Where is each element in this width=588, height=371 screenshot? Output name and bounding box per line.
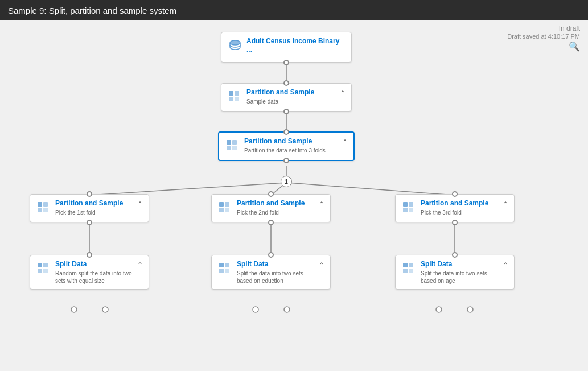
- split-icon-2: [217, 260, 233, 278]
- svg-rect-17: [229, 91, 233, 96]
- page-title: Sample 9: Split, partition and sample sy…: [8, 6, 176, 15]
- split-data-2-title: Split Data: [237, 260, 319, 269]
- svg-rect-21: [227, 140, 231, 145]
- partition-sample-1-header: Partition and Sample Sample data ⌃: [227, 88, 346, 106]
- partition-sample-1-input-port[interactable]: [283, 80, 289, 86]
- partition-sample-1-node[interactable]: Partition and Sample Sample data ⌃: [221, 83, 352, 112]
- partition-sample-1-subtitle: Sample data: [246, 98, 314, 105]
- partition-sample-2-subtitle: Partition the data set into 3 folds: [244, 147, 326, 154]
- svg-rect-27: [38, 208, 42, 212]
- svg-rect-39: [38, 269, 42, 273]
- partition-fold-3-text: Partition and Sample Pick the 3rd fold: [421, 199, 488, 216]
- split-data-2-input-port[interactable]: [268, 252, 274, 258]
- partition-fold-1-node[interactable]: Partition and Sample Pick the 1st fold ⌃: [30, 194, 149, 222]
- partition-fold-3-input-port[interactable]: [452, 191, 458, 197]
- partition-fold-2-output-port[interactable]: [268, 220, 274, 225]
- svg-rect-18: [235, 91, 239, 96]
- svg-rect-23: [227, 146, 231, 150]
- partition-sample-1-output-port[interactable]: [283, 109, 289, 114]
- svg-rect-45: [403, 263, 408, 267]
- chevron-up-icon-fold3[interactable]: ⌃: [503, 200, 508, 208]
- data-source-header: Adult Census Income Binary ...: [227, 37, 346, 57]
- chevron-up-icon-split2[interactable]: ⌃: [319, 261, 324, 269]
- data-source-output-port[interactable]: [283, 60, 289, 65]
- chevron-up-icon-fold2[interactable]: ⌃: [319, 200, 324, 208]
- svg-rect-36: [409, 208, 413, 212]
- split-icon-3: [401, 260, 417, 278]
- svg-rect-32: [225, 208, 229, 212]
- partition-icon-fold3: [401, 199, 417, 217]
- split-data-3-info: Split Data Split the data into two sets …: [401, 260, 503, 285]
- chevron-up-icon-split3[interactable]: ⌃: [503, 261, 508, 269]
- split-data-2-info: Split Data Split the data into two sets …: [217, 260, 319, 285]
- partition-fold-1-output-port[interactable]: [87, 220, 92, 225]
- search-icon[interactable]: 🔍: [507, 41, 580, 52]
- svg-rect-43: [219, 269, 224, 273]
- svg-point-14: [467, 307, 473, 312]
- svg-point-10: [102, 307, 108, 312]
- partition-fold-1-info: Partition and Sample Pick the 1st fold: [36, 199, 123, 217]
- status-badge: In draft: [559, 24, 580, 32]
- svg-rect-28: [43, 208, 48, 212]
- partition-sample-1-text: Partition and Sample Sample data: [246, 88, 314, 105]
- canvas: In draft Draft saved at 4:10:17 PM 🔍: [0, 20, 588, 371]
- svg-line-3: [89, 183, 286, 195]
- chevron-up-icon-2[interactable]: ⌃: [342, 138, 348, 146]
- split-data-1-node[interactable]: Split Data Random split the data into tw…: [30, 255, 149, 290]
- partition-fold-2-subtitle: Pick the 2nd fold: [237, 209, 305, 216]
- partition-sample-2-output-port[interactable]: [283, 158, 289, 163]
- svg-rect-41: [219, 263, 224, 267]
- split-data-1-text: Split Data Random split the data into tw…: [55, 260, 137, 285]
- data-source-node[interactable]: Adult Census Income Binary ...: [221, 32, 352, 63]
- svg-rect-20: [235, 97, 239, 101]
- partition-sample-2-input-port[interactable]: [283, 129, 289, 135]
- partition-icon-1: [227, 88, 243, 106]
- partition-fold-1-subtitle: Pick the 1st fold: [55, 209, 123, 216]
- split-data-2-text: Split Data Split the data into two sets …: [237, 260, 319, 285]
- svg-rect-37: [38, 263, 42, 267]
- svg-rect-48: [409, 269, 413, 273]
- split-data-1-title: Split Data: [55, 260, 137, 269]
- svg-rect-40: [43, 269, 48, 273]
- partition-sample-2-header: Partition and Sample Partition the data …: [225, 137, 348, 155]
- chevron-up-icon-split1[interactable]: ⌃: [137, 261, 143, 269]
- svg-rect-47: [403, 269, 408, 273]
- svg-line-5: [286, 183, 455, 195]
- split-data-2-header: Split Data Split the data into two sets …: [217, 260, 324, 285]
- partition-fold-3-node[interactable]: Partition and Sample Pick the 3rd fold ⌃: [395, 194, 515, 222]
- split-data-3-text: Split Data Split the data into two sets …: [421, 260, 503, 285]
- split-data-1-info: Split Data Random split the data into tw…: [36, 260, 137, 285]
- partition-icon-fold1: [36, 199, 52, 217]
- split-data-3-input-port[interactable]: [452, 252, 458, 258]
- data-source-info: Adult Census Income Binary ...: [227, 37, 346, 57]
- partition-fold-1-title: Partition and Sample: [55, 199, 123, 208]
- split-data-2-node[interactable]: Split Data Split the data into two sets …: [211, 255, 331, 290]
- partition-sample-1-title: Partition and Sample: [246, 88, 314, 97]
- partition-sample-2-node[interactable]: Partition and Sample Partition the data …: [218, 131, 355, 161]
- svg-point-11: [253, 307, 258, 312]
- partition-fold-2-node[interactable]: Partition and Sample Pick the 2nd fold ⌃: [211, 194, 331, 222]
- svg-point-9: [71, 307, 77, 312]
- partition-fold-2-input-port[interactable]: [268, 191, 274, 197]
- partition-fold-3-header: Partition and Sample Pick the 3rd fold ⌃: [401, 199, 508, 217]
- split-data-1-input-port[interactable]: [87, 252, 92, 258]
- svg-rect-30: [225, 202, 229, 207]
- split-data-3-node[interactable]: Split Data Split the data into two sets …: [395, 255, 515, 290]
- chevron-up-icon-1[interactable]: ⌃: [340, 89, 346, 97]
- partition-fold-3-subtitle: Pick the 3rd fold: [421, 209, 488, 216]
- data-source-text: Adult Census Income Binary ...: [246, 37, 346, 55]
- fold-badge: 1: [281, 176, 292, 187]
- title-bar: Sample 9: Split, partition and sample sy…: [0, 0, 588, 20]
- split-data-3-subtitle: Split the data into two sets based on ag…: [421, 270, 503, 285]
- partition-fold-2-title: Partition and Sample: [237, 199, 305, 208]
- svg-rect-38: [43, 263, 48, 267]
- partition-fold-1-input-port[interactable]: [87, 191, 92, 197]
- partition-fold-3-output-port[interactable]: [452, 220, 458, 225]
- svg-rect-34: [409, 202, 413, 207]
- svg-point-12: [284, 307, 290, 312]
- svg-rect-19: [229, 97, 233, 101]
- chevron-up-icon-fold1[interactable]: ⌃: [137, 200, 143, 208]
- partition-sample-2-title: Partition and Sample: [244, 137, 326, 146]
- svg-point-13: [436, 307, 442, 312]
- svg-rect-31: [219, 208, 224, 212]
